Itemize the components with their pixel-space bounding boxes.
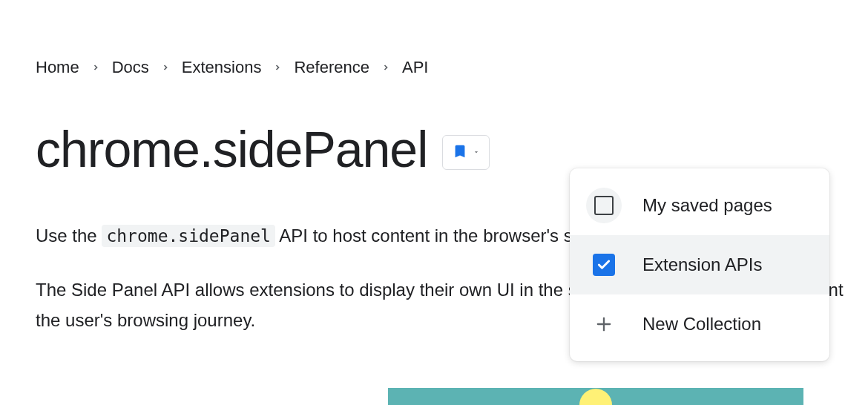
bookmark-dropdown: My saved pages Extension APIs New Collec… bbox=[570, 168, 829, 361]
decorative-strip bbox=[388, 388, 803, 405]
dropdown-item-my-saved-pages[interactable]: My saved pages bbox=[570, 176, 829, 235]
breadcrumb-reference[interactable]: Reference bbox=[294, 58, 369, 77]
dropdown-item-label: New Collection bbox=[642, 314, 761, 335]
breadcrumb: Home Docs Extensions Reference API bbox=[36, 58, 868, 77]
bookmark-icon bbox=[452, 143, 468, 162]
dropdown-item-new-collection[interactable]: New Collection bbox=[570, 294, 829, 354]
breadcrumb-api[interactable]: API bbox=[402, 58, 428, 77]
caret-down-icon bbox=[473, 147, 480, 158]
dropdown-item-extension-apis[interactable]: Extension APIs bbox=[570, 235, 829, 294]
checkbox-checked-icon bbox=[586, 247, 622, 283]
breadcrumb-home[interactable]: Home bbox=[36, 58, 79, 77]
chevron-right-icon bbox=[161, 63, 170, 72]
page-title: chrome.sidePanel bbox=[36, 120, 427, 178]
chevron-right-icon bbox=[381, 63, 390, 72]
code-inline: chrome.sidePanel bbox=[102, 225, 275, 247]
bookmark-button[interactable] bbox=[442, 135, 490, 170]
chevron-right-icon bbox=[273, 63, 282, 72]
dropdown-item-label: My saved pages bbox=[642, 195, 772, 216]
checkbox-unchecked-icon bbox=[586, 188, 622, 223]
chevron-right-icon bbox=[91, 63, 100, 72]
decorative-circle bbox=[579, 389, 612, 405]
plus-icon bbox=[586, 306, 622, 342]
breadcrumb-extensions[interactable]: Extensions bbox=[182, 58, 262, 77]
breadcrumb-docs[interactable]: Docs bbox=[112, 58, 149, 77]
dropdown-item-label: Extension APIs bbox=[642, 254, 762, 275]
